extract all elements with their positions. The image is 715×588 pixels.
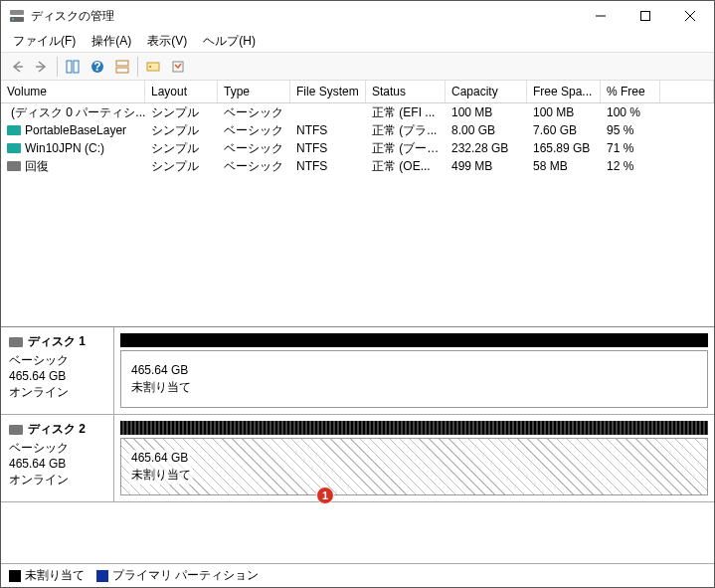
vol-fs: NTFS — [290, 158, 366, 174]
vol-status: 正常 (プラ... — [366, 121, 446, 140]
vol-status: 正常 (OE... — [366, 157, 446, 176]
legend-primary-label: プライマリ パーティション — [112, 567, 259, 584]
volume-row[interactable]: Win10JPN (C:)シンプルベーシックNTFS正常 (ブート...232.… — [1, 139, 714, 157]
col-volume[interactable]: Volume — [1, 81, 145, 102]
col-type[interactable]: Type — [218, 81, 290, 102]
volume-row[interactable]: PortableBaseLayerシンプルベーシックNTFS正常 (プラ...8… — [1, 121, 714, 139]
vol-name: 回復 — [25, 158, 49, 175]
toolbar: ? — [1, 53, 714, 81]
volume-header-row: Volume Layout Type File System Status Ca… — [1, 81, 714, 103]
vol-type: ベーシック — [218, 139, 290, 158]
svg-rect-15 — [147, 63, 159, 71]
properties-button[interactable] — [166, 56, 190, 78]
vol-pctfree: 95 % — [601, 122, 660, 138]
disk-row: ディスク 2ベーシック465.64 GBオンライン465.64 GB未割り当て1 — [1, 415, 714, 502]
menu-action[interactable]: 操作(A) — [84, 31, 139, 52]
disk-status: オンライン — [9, 384, 105, 400]
volume-list-panel: Volume Layout Type File System Status Ca… — [1, 81, 714, 327]
disk-stripe — [120, 421, 708, 435]
partition-size: 465.64 GB — [129, 450, 190, 466]
disk-panel: ディスク 1ベーシック465.64 GBオンライン465.64 GB未割り当てデ… — [1, 327, 714, 563]
vol-type: ベーシック — [218, 103, 290, 122]
volume-rows: (ディスク 0 パーティシ...シンプルベーシック正常 (EFI ...100 … — [1, 103, 714, 326]
svg-rect-4 — [640, 12, 649, 21]
vol-status: 正常 (EFI ... — [366, 103, 446, 122]
vol-name: (ディスク 0 パーティシ... — [11, 104, 145, 121]
partition-label: 未割り当て — [129, 466, 193, 485]
vol-capacity: 499 MB — [446, 158, 527, 174]
col-capacity[interactable]: Capacity — [446, 81, 527, 102]
vol-name: Win10JPN (C:) — [25, 141, 104, 155]
disk-stripe — [120, 333, 708, 347]
vol-pctfree: 12 % — [601, 158, 660, 174]
disk-graphic: 465.64 GB未割り当て — [114, 327, 714, 414]
legend-unalloc-label: 未割り当て — [25, 567, 85, 584]
view1-button[interactable] — [61, 56, 85, 78]
menu-help[interactable]: ヘルプ(H) — [195, 31, 264, 52]
view2-button[interactable] — [110, 56, 134, 78]
vol-free: 58 MB — [527, 158, 601, 174]
annotation-badge: 1 — [316, 487, 334, 504]
app-icon — [9, 8, 25, 24]
back-button[interactable] — [5, 56, 29, 78]
vol-free: 165.89 GB — [527, 140, 601, 156]
legend-primary: プライマリ パーティション — [96, 567, 259, 584]
disk-status: オンライン — [9, 472, 105, 488]
vol-type: ベーシック — [218, 157, 290, 176]
disk-name: ディスク 2 — [28, 421, 86, 438]
vol-pctfree: 100 % — [601, 104, 660, 120]
menu-file[interactable]: ファイル(F) — [5, 31, 84, 52]
vol-fs: NTFS — [290, 122, 366, 138]
vol-fs — [290, 111, 366, 113]
vol-layout: シンプル — [145, 103, 218, 122]
disk-size: 465.64 GB — [9, 368, 105, 384]
menubar: ファイル(F) 操作(A) 表示(V) ヘルプ(H) — [1, 31, 714, 53]
vol-fs: NTFS — [290, 140, 366, 156]
volume-row[interactable]: (ディスク 0 パーティシ...シンプルベーシック正常 (EFI ...100 … — [1, 103, 714, 121]
window-title: ディスクの管理 — [31, 8, 578, 25]
svg-rect-14 — [116, 68, 128, 73]
svg-rect-10 — [74, 61, 79, 73]
disk-size: 465.64 GB — [9, 456, 105, 472]
forward-button[interactable] — [30, 56, 54, 78]
help-button[interactable]: ? — [86, 56, 109, 78]
close-button[interactable] — [667, 1, 712, 31]
col-extra[interactable] — [660, 81, 714, 102]
disk-icon — [9, 425, 23, 435]
minimize-button[interactable] — [578, 1, 623, 31]
partition-box[interactable]: 465.64 GB未割り当て — [120, 350, 708, 408]
disk-info[interactable]: ディスク 1ベーシック465.64 GBオンライン — [1, 327, 114, 414]
vol-free: 7.60 GB — [527, 122, 601, 138]
titlebar: ディスクの管理 — [1, 1, 714, 31]
vol-layout: シンプル — [145, 157, 218, 176]
disk-icon — [7, 125, 21, 135]
legend-unallocated: 未割り当て — [9, 567, 85, 584]
vol-capacity: 100 MB — [446, 104, 527, 120]
vol-name: PortableBaseLayer — [25, 123, 126, 137]
partition-size: 465.64 GB — [129, 362, 190, 378]
svg-rect-9 — [67, 61, 72, 73]
vol-capacity: 232.28 GB — [446, 140, 527, 156]
partition-label: 未割り当て — [129, 378, 193, 397]
col-layout[interactable]: Layout — [145, 81, 218, 102]
legend: 未割り当て プライマリ パーティション — [1, 563, 714, 587]
disk-icon — [7, 143, 21, 153]
vol-free: 100 MB — [527, 104, 601, 120]
col-filesystem[interactable]: File System — [290, 81, 366, 102]
col-pctfree[interactable]: % Free — [601, 81, 660, 102]
menu-view[interactable]: 表示(V) — [139, 31, 195, 52]
disk-row: ディスク 1ベーシック465.64 GBオンライン465.64 GB未割り当て — [1, 327, 714, 415]
disk-icon — [9, 337, 23, 347]
svg-text:?: ? — [93, 60, 100, 74]
vol-layout: シンプル — [145, 139, 218, 158]
col-status[interactable]: Status — [366, 81, 446, 102]
maximize-button[interactable] — [623, 1, 667, 31]
disk-name: ディスク 1 — [28, 333, 86, 350]
volume-row[interactable]: 回復シンプルベーシックNTFS正常 (OE...499 MB58 MB12 % — [1, 157, 714, 175]
disk-info[interactable]: ディスク 2ベーシック465.64 GBオンライン — [1, 415, 114, 501]
refresh-button[interactable] — [141, 56, 165, 78]
vol-status: 正常 (ブート... — [366, 139, 446, 158]
partition-box[interactable]: 465.64 GB未割り当て1 — [120, 438, 708, 495]
disk-type: ベーシック — [9, 352, 105, 368]
col-free[interactable]: Free Spa... — [527, 81, 601, 102]
